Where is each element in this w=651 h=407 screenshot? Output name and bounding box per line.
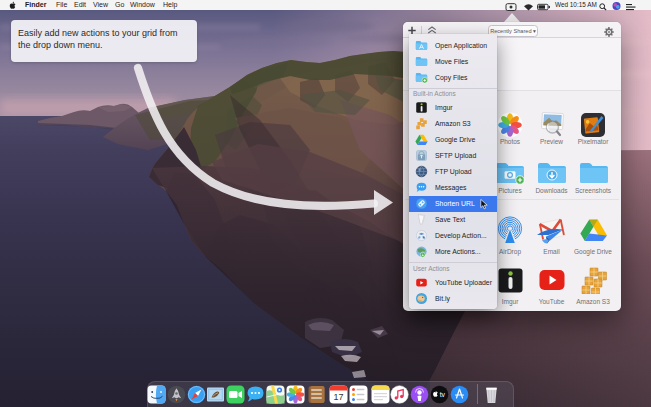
svg-text:17: 17 [333, 392, 343, 402]
svg-text:tv: tv [440, 391, 446, 398]
